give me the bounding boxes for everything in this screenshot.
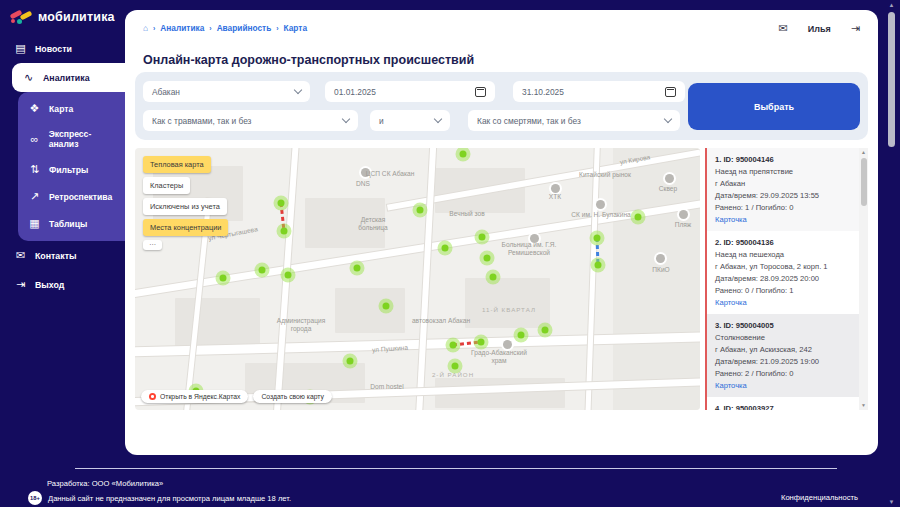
deaths-select[interactable]: Как со смертями, так и без xyxy=(468,110,680,131)
map-place-label: Dom hostel xyxy=(370,383,403,391)
accident-marker[interactable] xyxy=(383,303,390,310)
accident-list-scrollbar[interactable]: ▲ ▼ xyxy=(859,148,868,410)
city-select-value: Абакан xyxy=(152,87,180,97)
mail-icon: ✉ xyxy=(14,249,27,262)
accident-marker[interactable] xyxy=(281,228,288,235)
accident-card-link[interactable]: Карточка xyxy=(715,380,851,392)
home-icon[interactable]: ⌂ xyxy=(143,23,148,33)
map-road xyxy=(585,148,600,410)
accident-detail: Дата/время: 29.09.2025 13:55 xyxy=(715,190,851,202)
privacy-link[interactable]: Конфиденциальность xyxy=(781,493,858,502)
accident-id: 2. ID: 950004136 xyxy=(715,237,851,249)
accident-marker[interactable] xyxy=(417,207,424,214)
accident-detail: г Абакан, ул Аскизская, 242 xyxy=(715,344,851,356)
accident-marker[interactable] xyxy=(479,234,486,241)
date-from-input[interactable]: 01.01.2025 xyxy=(325,81,495,102)
accident-detail: г Абакан, ул Торосова, 2 корп. 1 xyxy=(715,261,851,273)
brand-logo[interactable]: мобилитика xyxy=(0,0,125,34)
scrollbar-thumb[interactable] xyxy=(861,158,867,206)
analytics-icon: ∿ xyxy=(22,71,35,84)
accident-marker[interactable] xyxy=(220,275,227,282)
page-footer: Разработка: ООО «Мобилитика» 18+ Данный … xyxy=(0,455,900,507)
accident-marker[interactable] xyxy=(347,358,354,365)
sidebar-item-tables[interactable]: ▦ Таблицы xyxy=(18,210,125,237)
sort-icon: ⇅ xyxy=(28,163,41,176)
accident-marker[interactable] xyxy=(450,342,457,349)
date-to-value: 31.10.2025 xyxy=(522,87,564,97)
sidebar: мобилитика ▤ Новости ∿ Аналитика ❖ Карта… xyxy=(0,0,125,455)
scroll-up-icon[interactable]: ▲ xyxy=(885,2,898,8)
accident-marker[interactable] xyxy=(490,274,497,281)
accident-marker[interactable] xyxy=(635,214,642,221)
accident-marker[interactable] xyxy=(442,245,449,252)
age-badge: 18+ xyxy=(28,491,42,505)
sidebar-item-retrospective[interactable]: ↗ Ретроспектива xyxy=(18,183,125,210)
scrollbar-thumb[interactable] xyxy=(888,12,895,147)
breadcrumb-accidents[interactable]: Аварийность xyxy=(217,23,272,33)
map-layer-toggle[interactable]: Исключены из учета xyxy=(143,198,227,215)
breadcrumb-map[interactable]: Карта xyxy=(284,23,307,33)
breadcrumb: ⌂ › Аналитика › Аварийность › Карта xyxy=(143,23,307,33)
map-more-button[interactable]: ⋯ xyxy=(143,240,162,250)
scroll-down-icon[interactable]: ▼ xyxy=(885,499,898,505)
accident-marker[interactable] xyxy=(542,327,549,334)
accident-marker[interactable] xyxy=(285,272,292,279)
sidebar-item-express-analysis[interactable]: ∞ Экспресс-анализ xyxy=(18,122,125,156)
breadcrumb-analytics[interactable]: Аналитика xyxy=(160,23,204,33)
map-canvas[interactable]: DNSЦСП СК Абаканул КироваКитайский рынок… xyxy=(135,148,700,410)
create-own-map-button[interactable]: Создать свою карту xyxy=(253,390,332,403)
map-layer-toggle[interactable]: Тепловая карта xyxy=(143,156,211,173)
select-button[interactable]: Выбрать xyxy=(688,83,860,130)
city-select[interactable]: Абакан xyxy=(143,81,310,102)
scroll-down-icon[interactable]: ▼ xyxy=(861,401,866,410)
accident-marker[interactable] xyxy=(278,200,285,207)
trend-icon: ↗ xyxy=(28,190,41,203)
chevron-right-icon: › xyxy=(153,25,155,32)
sidebar-item-label: Ретроспектива xyxy=(49,192,112,202)
sidebar-item-contacts[interactable]: ✉ Контакты xyxy=(0,241,125,270)
content-area: ⌂ › Аналитика › Аварийность › Карта ✉ Ил… xyxy=(125,10,878,455)
accident-card[interactable]: 4. ID: 950003927Падение пассажираг Абака… xyxy=(705,397,859,410)
accident-detail: Наезд на препятствие xyxy=(715,166,851,178)
accident-card[interactable]: 3. ID: 950004005Столкновениег Абакан, ул… xyxy=(705,314,859,397)
map-icon: ❖ xyxy=(28,102,41,115)
inbox-icon[interactable]: ✉ xyxy=(779,22,788,35)
logout-icon[interactable]: ⇥ xyxy=(851,22,860,35)
sidebar-item-news[interactable]: ▤ Новости xyxy=(0,34,125,63)
calendar-icon[interactable] xyxy=(665,87,676,97)
sidebar-item-map[interactable]: ❖ Карта xyxy=(18,95,125,122)
map-place-label: Сквер xyxy=(659,185,677,193)
page-scrollbar[interactable]: ▲ ▼ xyxy=(885,0,898,507)
map-layer-toggle[interactable]: Места концентрации xyxy=(143,219,228,236)
scroll-up-icon[interactable]: ▲ xyxy=(861,148,866,157)
map-layer-toggle[interactable]: Кластеры xyxy=(143,177,190,194)
injuries-select[interactable]: Как с травмами, так и без xyxy=(143,110,358,131)
accident-detail: Наезд на пешехода xyxy=(715,249,851,261)
accident-card[interactable]: 1. ID: 950004146Наезд на препятствиег Аб… xyxy=(705,148,859,231)
accident-marker[interactable] xyxy=(478,339,485,346)
accident-marker[interactable] xyxy=(460,151,467,158)
open-in-yandex-maps-button[interactable]: Открыть в Яндекс.Картах xyxy=(141,390,248,403)
sidebar-item-filters[interactable]: ⇅ Фильтры xyxy=(18,156,125,183)
accident-marker[interactable] xyxy=(594,235,601,242)
sidebar-item-logout[interactable]: ⇥ Выход xyxy=(0,270,125,299)
accident-marker[interactable] xyxy=(595,262,602,269)
accident-marker[interactable] xyxy=(518,332,525,339)
date-to-input[interactable]: 31.10.2025 xyxy=(513,81,685,102)
sidebar-submenu: ❖ Карта ∞ Экспресс-анализ ⇅ Фильтры ↗ Ре… xyxy=(18,92,125,241)
map-block xyxy=(335,288,405,333)
brand-name: мобилитика xyxy=(38,10,115,24)
user-name[interactable]: Илья xyxy=(808,24,831,34)
accident-marker[interactable] xyxy=(484,255,491,262)
accident-marker[interactable] xyxy=(452,363,459,370)
accident-card-link[interactable]: Карточка xyxy=(715,214,851,226)
chevron-down-icon xyxy=(434,115,442,123)
exit-icon: ⇥ xyxy=(14,278,27,291)
sidebar-item-analytics[interactable]: ∿ Аналитика xyxy=(12,63,125,92)
accident-marker[interactable] xyxy=(354,265,361,272)
calendar-icon[interactable] xyxy=(475,87,486,97)
operator-select[interactable]: и xyxy=(370,110,450,131)
accident-marker[interactable] xyxy=(259,267,266,274)
accident-card-link[interactable]: Карточка xyxy=(715,297,851,309)
accident-card[interactable]: 2. ID: 950004136Наезд на пешеходаг Абака… xyxy=(705,231,859,314)
